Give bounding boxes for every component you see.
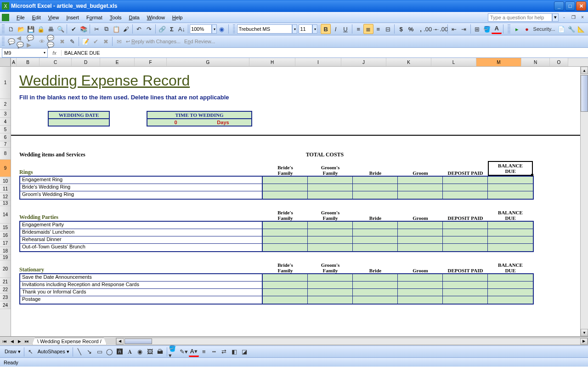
data-cell[interactable] [263,236,308,243]
zoom-dropdown-icon[interactable]: ▾ [212,24,217,34]
font-select[interactable] [237,24,292,34]
shadow-icon[interactable]: ◧ [229,347,239,357]
row-header-19[interactable]: 19 [0,255,11,260]
data-cell[interactable] [488,222,533,229]
control-toolbox-icon[interactable]: 🔧 [566,24,576,34]
save-icon[interactable]: 💾 [26,24,36,34]
data-cell[interactable] [353,282,398,288]
help-search-dropdown[interactable]: ▾ [552,13,559,22]
menu-help[interactable]: Help [169,14,187,21]
toolbar-grip-3[interactable] [508,24,510,34]
column-header-C[interactable]: C [40,58,72,66]
reply-changes-button[interactable]: ↩ Reply with Changes... [124,39,182,45]
vba-icon[interactable]: 📄 [557,24,566,34]
data-cell[interactable] [263,222,308,229]
data-cell[interactable] [488,236,533,243]
toolbar-grip-2[interactable] [233,24,236,34]
underline-icon[interactable]: U [340,24,350,34]
column-header-D[interactable]: D [72,58,100,66]
decrease-indent-icon[interactable]: ⇤ [449,24,459,34]
data-cell[interactable] [308,282,353,288]
show-comment-icon[interactable]: 👁 [37,36,47,46]
data-cell[interactable] [443,177,488,184]
row-header-12[interactable]: 12 [0,193,11,201]
select-objects-icon[interactable]: ↖ [26,347,36,357]
scroll-down-icon[interactable]: ▼ [581,329,588,336]
column-header-H[interactable]: H [249,58,295,66]
tab-first-icon[interactable]: ⏮ [1,338,8,345]
menu-data[interactable]: Data [125,14,143,21]
data-cell[interactable] [308,191,353,199]
paste-icon[interactable]: 📋 [111,24,121,34]
fill-color-draw-icon[interactable]: 🪣▾ [169,347,179,357]
send-mail-icon[interactable]: ✉ [114,36,124,46]
tab-next-icon[interactable]: ▶ [16,338,23,345]
spelling-icon[interactable]: ✔ [68,24,78,34]
prev-comment-icon[interactable]: ◀💬 [17,36,27,46]
data-cell[interactable] [308,296,353,304]
row-header-24[interactable]: 24 [0,301,11,309]
data-cell[interactable] [488,289,533,296]
data-cell[interactable] [353,191,398,199]
percent-icon[interactable]: % [406,24,416,34]
column-header-E[interactable]: E [100,58,135,66]
next-comment-icon[interactable]: 💬▶ [27,36,37,46]
design-mode-icon[interactable]: 📐 [577,24,586,34]
oval-icon[interactable]: ◯ [105,347,115,357]
help-search-input[interactable] [488,13,552,22]
data-cell[interactable] [488,191,533,199]
scroll-up-icon[interactable]: ▲ [581,67,588,74]
data-cell[interactable] [443,244,488,251]
data-cell[interactable] [263,282,308,288]
maximize-button[interactable]: □ [565,1,575,11]
column-header-I[interactable]: I [295,58,341,66]
select-all-corner[interactable] [0,58,11,67]
data-cell[interactable] [488,177,533,184]
wordart-icon[interactable]: 𝐀 [125,347,135,357]
tab-last-icon[interactable]: ⏭ [23,338,30,345]
data-cell[interactable] [488,296,533,304]
menu-insert[interactable]: Insert [62,14,83,21]
data-cell[interactable] [263,274,308,281]
data-cell[interactable] [308,289,353,296]
line-color-icon[interactable]: ✎▾ [179,347,189,357]
data-cell[interactable] [488,244,533,251]
textbox-icon[interactable]: 🅰 [115,347,125,357]
data-cell[interactable] [488,229,533,236]
data-cell[interactable] [263,244,308,251]
toolbar-grip-4[interactable] [2,37,5,46]
formula-input[interactable]: BALANCE DUE [62,50,588,56]
row-header-18[interactable]: 18 [0,247,11,255]
data-cell[interactable] [398,229,443,236]
align-right-icon[interactable]: ≡ [373,24,383,34]
merge-center-icon[interactable]: ⊟ [383,24,393,34]
data-cell[interactable] [353,289,398,296]
align-center-icon[interactable]: ≣ [363,24,373,34]
data-cell[interactable] [443,222,488,229]
data-cell[interactable] [263,191,308,199]
data-cell[interactable] [308,236,353,243]
font-size-select[interactable] [299,24,312,34]
accept-change-icon[interactable]: ✔ [90,36,101,46]
draw-menu[interactable]: Draw ▾ [3,349,23,355]
show-all-comments-icon[interactable]: 💬💬 [47,36,57,46]
align-left-icon[interactable]: ≡ [354,24,363,34]
menu-tools[interactable]: Tools [106,14,125,21]
print-icon[interactable]: 🖶 [46,24,56,34]
column-header-A[interactable]: A [11,58,17,66]
row-header-8[interactable]: 8 [0,148,11,160]
delete-comment-icon[interactable]: ✖ [57,36,67,46]
diagram-icon[interactable]: ◉ [135,347,145,357]
toolbar-grip[interactable] [2,24,5,34]
menu-edit[interactable]: Edit [28,14,45,21]
row-header-20[interactable]: 20 [0,260,11,278]
row-header-21[interactable]: 21 [0,278,11,286]
vscroll-thumb[interactable] [581,75,588,112]
data-cell[interactable] [263,296,308,304]
minimize-button[interactable]: _ [554,1,564,11]
data-cell[interactable] [488,282,533,288]
permission-icon[interactable]: 🔒 [36,24,45,34]
data-cell[interactable] [353,236,398,243]
data-cell[interactable] [308,274,353,281]
tab-prev-icon[interactable]: ◀ [8,338,16,345]
